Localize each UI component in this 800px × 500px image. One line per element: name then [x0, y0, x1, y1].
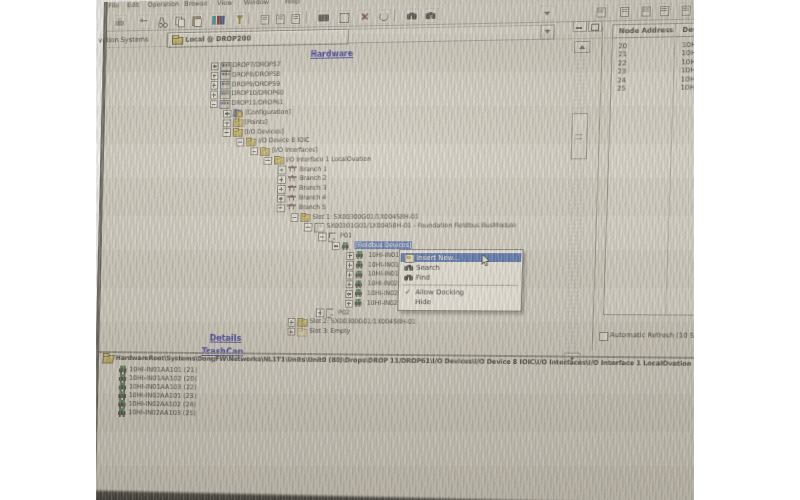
menu-item-label: Find: [416, 274, 430, 282]
tree-item-label[interactable]: [I/O Devices]: [244, 127, 283, 135]
tree-connector: [240, 135, 242, 141]
drop-icon: [220, 90, 230, 98]
app-window: FileEditOperationBrowseViewWindowHelp va…: [96, 0, 694, 500]
tree-item-label[interactable]: DROP11/DROP61: [231, 99, 283, 107]
tree-connector: [308, 221, 310, 227]
context-menu-item-allow-docking[interactable]: Allow Docking✓: [400, 287, 521, 297]
menu-item-label: Search: [416, 264, 440, 272]
context-menu-item-hide[interactable]: Hide: [399, 297, 520, 307]
tree-item-label[interactable]: [Configuration]: [245, 108, 291, 116]
drop-icon: [220, 81, 230, 89]
tree-item-label[interactable]: Branch 5: [299, 203, 326, 211]
branch-icon: [288, 166, 298, 174]
fbdev-icon: [356, 251, 366, 259]
port-icon: [326, 309, 336, 317]
output-item-label: 10HI-IN02AA101 (23): [129, 391, 197, 400]
device-row-name: 10HI-IN01AA102: [682, 40, 694, 49]
fbdev-icon: [119, 374, 128, 383]
details-section-link[interactable]: Details: [209, 332, 241, 342]
tree-item-label[interactable]: DROP8/DROP58: [232, 70, 280, 79]
tree-item-label[interactable]: Branch 4: [299, 194, 326, 202]
tree-item-label[interactable]: I/O Device 8 IOIC: [258, 136, 310, 144]
tree-item-label[interactable]: DROP10/DROP60: [231, 89, 283, 98]
restore-button[interactable]: [588, 21, 603, 32]
expand-icon[interactable]: [210, 91, 218, 99]
fieldbus-device-table: Node AddressDevice2010HI-IN01AA1022110HI…: [602, 21, 694, 315]
context-menu-item-find[interactable]: Find: [400, 273, 521, 283]
fbdev-icon: [355, 271, 365, 279]
auto-refresh-checkbox[interactable]: [599, 331, 608, 340]
config-icon: [233, 109, 243, 117]
binoculars-icon: [404, 264, 414, 271]
insert-new-icon: [405, 254, 415, 262]
device-row-name: 10HI-IN02AA101: [681, 66, 694, 75]
expand-icon[interactable]: [210, 72, 218, 80]
branch-icon: [287, 185, 297, 193]
tree-item-label[interactable]: [Points]: [245, 118, 268, 126]
branch-icon: [287, 194, 297, 202]
tree-item-label[interactable]: DROP7/DROP57: [232, 60, 280, 69]
menu-separator: [402, 284, 518, 285]
tree-item-label[interactable]: Slot 2: 5X00300G01/1X00458H-01: [309, 318, 415, 327]
tree-item-label[interactable]: Branch 3: [299, 184, 326, 192]
minimize-button[interactable]: [573, 21, 588, 32]
check-icon: ✓: [405, 287, 411, 296]
tree-item-label[interactable]: Branch 1: [300, 165, 327, 173]
scrollbar-thumb[interactable]: [571, 113, 589, 159]
tree-item-label[interactable]: P01: [340, 232, 352, 240]
device-row-address: 21: [618, 51, 627, 59]
tree-item-label[interactable]: 5X00301G01/1X00458H-01 - Foundation Fiel…: [326, 222, 516, 230]
device-row-address: 22: [618, 59, 627, 67]
screen: FileEditOperationBrowseViewWindowHelp va…: [96, 0, 694, 500]
table-header-divider: [613, 35, 694, 39]
open-folder-icon: [103, 353, 114, 362]
expand-icon[interactable]: [210, 62, 218, 70]
scroll-up-button[interactable]: [574, 41, 591, 53]
folder-icon: [233, 119, 243, 127]
tree-connector: [267, 154, 269, 160]
column-header-device: Device: [682, 25, 694, 34]
fbdev-icon: [355, 280, 365, 288]
tree-connector: [253, 145, 255, 151]
output-item-label: 10HI-IN01AA103 (22): [129, 383, 197, 392]
fbdev-icon: [118, 400, 127, 409]
output-panel: HardwareRoot\Systems\DongFW\Networks\NL1…: [96, 351, 694, 500]
drop-icon: [220, 62, 230, 70]
output-item-label: 10HI-IN01AA101 (21): [129, 366, 197, 374]
folder-empty-icon: [297, 327, 307, 335]
tree-item-label[interactable]: DROP9/DROP59: [232, 79, 280, 88]
tree-item-label[interactable]: Slot 3: Empty: [309, 327, 350, 335]
device-row-address: 20: [618, 42, 627, 50]
output-item-label: 10HI-IN01AA102 (20): [129, 374, 197, 382]
folder-icon: [297, 318, 307, 326]
fbdev-icon: [118, 408, 127, 417]
monitor-photo: FileEditOperationBrowseViewWindowHelp va…: [96, 0, 694, 500]
open-folder-icon: [103, 353, 114, 362]
fbdev-icon: [356, 261, 366, 269]
fbdev-icon: [119, 366, 128, 375]
output-item-label: 10HI-IN02AA103 (25): [128, 408, 196, 417]
expand-icon[interactable]: [210, 81, 218, 89]
mouse-cursor: [481, 252, 491, 271]
menu-item-label: Insert New...: [416, 254, 459, 262]
tree-item-label[interactable]: [I/O Interfaces]: [272, 146, 318, 154]
device-row-address: 24: [617, 76, 626, 84]
output-item-label: 10HI-IN02AA102 (24): [128, 400, 196, 409]
collapse-icon[interactable]: [209, 100, 217, 108]
device-row-name: 10HI-IN01AA103: [681, 57, 694, 66]
tree-item-label[interactable]: Branch 2: [299, 174, 326, 182]
tree-item-label[interactable]: I/O Interface 1 LocalOvation: [286, 155, 371, 164]
binoculars-icon: [404, 274, 414, 281]
tree-item-label[interactable]: P02: [338, 308, 350, 316]
device-row-name: 10HI-IN02AA102: [681, 75, 694, 84]
tree-item-label[interactable]: Slot 1: 5X00300G01/1X00458H-01: [312, 212, 419, 220]
fbdev-icon: [119, 383, 128, 392]
device-row-address: 25: [617, 85, 626, 93]
context-menu-item-insert-new[interactable]: Insert New...: [401, 253, 522, 263]
auto-refresh-label: Automatic Refresh (10 Sec): [610, 331, 694, 340]
branch-icon: [287, 175, 297, 183]
menu-item-label: Hide: [415, 298, 431, 306]
context-menu: Insert New...SearchFindAllow Docking✓Hid…: [397, 249, 523, 311]
context-menu-item-search[interactable]: Search: [400, 263, 521, 273]
tree-connector: [335, 240, 337, 246]
